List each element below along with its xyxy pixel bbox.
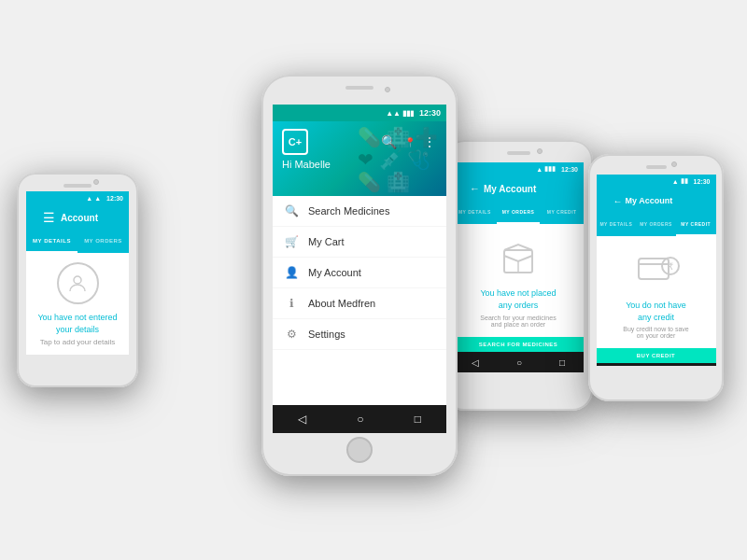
phone-2-camera: [385, 87, 390, 92]
drawer-item-cart[interactable]: 🛒 My Cart: [273, 227, 446, 258]
phone-3: ▲ ▮▮▮ 12:30 ← My Account MY DETAILS MY O…: [444, 140, 593, 411]
phone-3-empty-text: You have not placedany orders: [480, 287, 556, 311]
phone-1-status-icons: ▲ ▲ 12:30: [86, 195, 123, 202]
phone-1-screen: ▲ ▲ 12:30 ☰ Account MY DETAILS MY ORDERS…: [26, 191, 129, 355]
phone-1-tab-orders[interactable]: MY ORDERS: [78, 231, 129, 253]
phone-1-signal: ▲: [86, 195, 92, 202]
phone-4-tabs: MY DETAILS MY ORDERS MY CREDIT: [597, 214, 716, 236]
phone-1-empty-text: You have not enteredyour details: [37, 312, 117, 335]
phone-1-status-bar: ▲ ▲ 12:30: [26, 191, 129, 204]
phone-2: ▲▲ ▮▮▮ 12:30 💊 🏥 ➕ ❤ 💉 🩺 💊 🏥 C+ 🔍 📍 ⋮: [261, 75, 458, 476]
phone-1-tabs: MY DETAILS MY ORDERS: [26, 231, 129, 253]
phone-4-content: ₹ You do not haveany credit Buy credit n…: [597, 236, 716, 348]
phone-3-content: You have not placedany orders Search for…: [453, 224, 584, 337]
phone-4-bottom-nav: ◁ ○ □: [597, 363, 716, 366]
phone-3-appbar: ← My Account: [453, 175, 584, 202]
phone-2-bg-icons: 💊 🏥 ➕ ❤ 💉 🩺 💊 🏥: [353, 121, 446, 196]
phone-2-status-bar: ▲▲ ▮▮▮ 12:30: [273, 105, 446, 121]
phone-4-tab-credit[interactable]: MY CREDIT: [676, 214, 716, 236]
phone-3-tab-details[interactable]: MY DETAILS: [453, 202, 497, 224]
phone-2-home-btn[interactable]: ○: [357, 413, 363, 426]
phone-2-back-btn[interactable]: ◁: [298, 413, 306, 426]
phone-3-speaker: [507, 151, 530, 155]
svg-point-0: [74, 276, 81, 284]
phone-4-top-bezel: [588, 154, 724, 175]
phone-2-bottom-bezel: [261, 433, 458, 467]
phone-1-top-bezel: [17, 173, 138, 191]
phone-1-bottom-bezel: [17, 355, 138, 378]
phone-1-tab-details[interactable]: MY DETAILS: [26, 231, 78, 253]
phone-4: ▲ ▮▮ 12:30 ← My Account MY DETAILS MY OR…: [588, 154, 724, 401]
phone-1-appbar: ☰ Account: [26, 204, 129, 231]
phone-2-battery: ▮▮▮: [402, 109, 414, 118]
phone-3-empty-sub: Search for your medicinesand place an or…: [480, 315, 556, 328]
phone-2-bottom-nav: ◁ ○ □: [273, 405, 446, 433]
phone-3-back-icon[interactable]: ←: [470, 183, 480, 194]
phone-4-back-icon[interactable]: ←: [613, 196, 623, 206]
phone-2-top-bezel: [261, 75, 458, 105]
phone-2-header: 💊 🏥 ➕ ❤ 💉 🩺 💊 🏥 C+ 🔍 📍 ⋮ Hi Mabelle: [273, 121, 446, 196]
drawer-cart-icon: 🛒: [284, 234, 299, 249]
drawer-search-icon: 🔍: [284, 203, 299, 218]
phone-3-status-icons: ▲ ▮▮▮ 12:30: [536, 165, 578, 173]
phone-4-time: 12:30: [694, 178, 711, 185]
phone-3-time: 12:30: [561, 166, 578, 173]
phone-1: ▲ ▲ 12:30 ☰ Account MY DETAILS MY ORDERS…: [17, 173, 138, 387]
phone-2-logo: C+: [282, 129, 308, 155]
drawer-settings-label: Settings: [308, 329, 345, 340]
drawer-about-icon: ℹ: [284, 296, 299, 311]
phone-3-action-btn[interactable]: SEARCH FOR MEDICINES: [453, 337, 584, 352]
drawer-settings-icon: ⚙: [284, 327, 299, 342]
phone-2-home-button[interactable]: [346, 437, 373, 463]
phone-4-action-btn[interactable]: BUY CREDIT: [597, 348, 716, 363]
phone-4-tab-orders[interactable]: MY ORDERS: [636, 214, 676, 236]
phone-1-content: You have not enteredyour details Tap to …: [26, 253, 129, 355]
phone-4-empty-sub: Buy credit now to saveon your order: [623, 326, 688, 339]
phone-4-status-icons: ▲ ▮▮ 12:30: [672, 177, 711, 185]
drawer-item-settings[interactable]: ⚙ Settings: [273, 319, 446, 350]
phone-3-box-icon: [495, 233, 542, 280]
drawer-account-label: My Account: [308, 267, 361, 278]
phone-4-empty-text: You do not haveany credit: [626, 300, 686, 323]
phone-3-signal: ▲: [536, 166, 543, 173]
phone-1-camera: [93, 179, 99, 185]
phone-3-bottom-bezel: [444, 372, 593, 397]
phone-3-camera: [537, 148, 543, 154]
phone-3-tab-orders[interactable]: MY ORDERS: [497, 202, 541, 224]
phone-1-empty-sub: Tap to add your details: [40, 338, 116, 346]
phone-4-camera: [671, 161, 677, 167]
phone-1-time: 12:30: [106, 195, 123, 202]
phone-1-speaker: [63, 184, 92, 188]
phone-1-title: Account: [61, 213, 120, 223]
phone-2-drawer: 🔍 Search Medicines 🛒 My Cart 👤 My Accoun…: [273, 196, 446, 405]
phone-3-bottom-nav: ◁ ○ □: [453, 352, 584, 372]
phone-2-status-icons: ▲▲ ▮▮▮ 12:30: [386, 108, 441, 118]
drawer-search-label: Search Medicines: [308, 205, 389, 217]
phone-1-menu-icon[interactable]: ☰: [43, 210, 55, 225]
phone-3-back-btn[interactable]: ◁: [472, 357, 479, 368]
drawer-item-search[interactable]: 🔍 Search Medicines: [273, 196, 446, 227]
phone-4-tab-details[interactable]: MY DETAILS: [597, 214, 637, 236]
phone-4-screen: ▲ ▮▮ 12:30 ← My Account MY DETAILS MY OR…: [597, 175, 716, 366]
phone-4-status-bar: ▲ ▮▮ 12:30: [597, 175, 716, 188]
drawer-item-account[interactable]: 👤 My Account: [273, 258, 446, 288]
phone-2-speaker: [345, 86, 374, 90]
phone-3-title: My Account: [484, 184, 574, 194]
phone-3-recents-btn[interactable]: □: [559, 357, 565, 368]
phone-2-recents-btn[interactable]: □: [415, 413, 421, 426]
drawer-cart-label: My Cart: [308, 236, 345, 247]
drawer-account-icon: 👤: [284, 265, 299, 280]
phone-4-appbar: ← My Account: [597, 188, 716, 214]
phone-1-avatar: [57, 262, 99, 304]
drawer-about-label: About Medfren: [308, 298, 375, 309]
phone-2-signal: ▲▲: [386, 109, 401, 118]
phone-4-speaker: [646, 165, 667, 169]
phone-3-tab-credit[interactable]: MY CREDIT: [540, 202, 584, 224]
phone-3-tabs: MY DETAILS MY ORDERS MY CREDIT: [453, 202, 584, 224]
phone-3-top-bezel: [444, 140, 593, 162]
phone-3-battery: ▮▮▮: [544, 165, 556, 173]
drawer-item-about[interactable]: ℹ About Medfren: [273, 288, 446, 319]
phone-4-credit-icon: ₹: [633, 245, 680, 292]
phone-3-home-btn[interactable]: ○: [516, 357, 522, 368]
phone-1-wifi: ▲: [94, 195, 101, 202]
